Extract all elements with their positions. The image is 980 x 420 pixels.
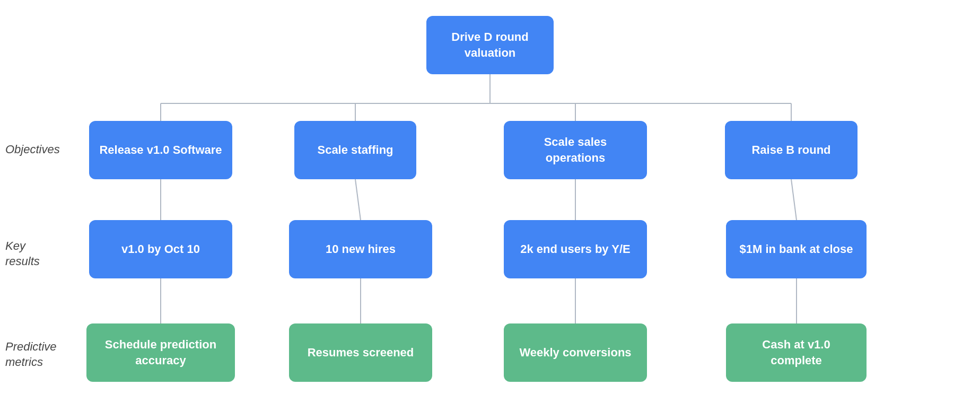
- key-result-1-label: v1.0 by Oct 10: [121, 241, 200, 257]
- predictive-metric-4: Cash at v1.0 complete: [726, 323, 867, 382]
- objective-2: Scale staffing: [294, 121, 416, 179]
- objective-4-label: Raise B round: [751, 142, 830, 158]
- predictive-metric-1: Schedule prediction accuracy: [86, 323, 235, 382]
- key-result-4: $1M in bank at close: [726, 220, 867, 278]
- key-result-3: 2k end users by Y/E: [504, 220, 647, 278]
- predictive-metric-2: Resumes screened: [289, 323, 432, 382]
- diagram-container: Objectives Key results Predictive metric…: [0, 0, 980, 420]
- key-result-2: 10 new hires: [289, 220, 432, 278]
- key-result-3-label: 2k end users by Y/E: [520, 241, 630, 257]
- predictive-metric-4-label: Cash at v1.0 complete: [736, 337, 857, 368]
- predictive-metric-2-label: Resumes screened: [308, 345, 414, 361]
- key-result-4-label: $1M in bank at close: [740, 241, 853, 257]
- key-result-1: v1.0 by Oct 10: [89, 220, 232, 278]
- predictive-metric-3: Weekly conversions: [504, 323, 647, 382]
- objective-3-label: Scale sales operations: [513, 134, 637, 165]
- label-objectives: Objectives: [5, 142, 60, 158]
- label-key-results: Key results: [5, 239, 40, 269]
- root-node: Drive D round valuation: [426, 16, 554, 74]
- objective-4: Raise B round: [725, 121, 858, 179]
- svg-line-9: [791, 179, 797, 220]
- objective-3: Scale sales operations: [504, 121, 647, 179]
- predictive-metric-3-label: Weekly conversions: [519, 345, 631, 361]
- objective-1-label: Release v1.0 Software: [99, 142, 222, 158]
- key-result-2-label: 10 new hires: [326, 241, 396, 257]
- root-label: Drive D round valuation: [436, 29, 544, 60]
- predictive-metric-1-label: Schedule prediction accuracy: [96, 337, 225, 368]
- objective-2-label: Scale staffing: [317, 142, 393, 158]
- objective-1: Release v1.0 Software: [89, 121, 232, 179]
- label-predictive-metrics: Predictive metrics: [5, 339, 57, 370]
- svg-line-7: [355, 179, 361, 220]
